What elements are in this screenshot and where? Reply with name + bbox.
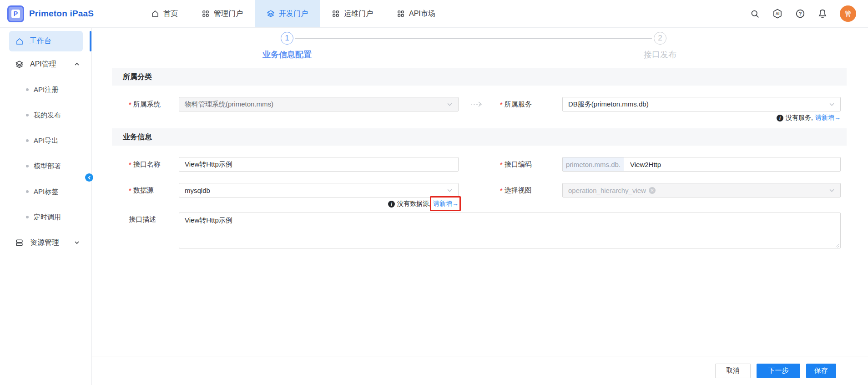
navbar-actions: AI ? 管 <box>750 5 856 22</box>
nav-item-admin-portal[interactable]: 管理门户 <box>190 0 255 27</box>
api-name-input[interactable] <box>179 157 459 172</box>
sidebar-group-label: 资源管理 <box>30 238 59 248</box>
add-datasource-link[interactable]: 请新增→ <box>433 200 459 208</box>
ai-assistant-icon[interactable]: AI <box>772 8 783 19</box>
sidebar-item-workbench[interactable]: 工作台 <box>9 31 83 51</box>
sidebar-item-api-tags[interactable]: API标签 <box>0 179 91 204</box>
api-code-group: primeton.mms.db. <box>562 157 841 172</box>
chevron-down-icon <box>447 187 453 193</box>
grid-icon <box>202 10 210 18</box>
field-label-api-name: 接口名称 <box>129 160 179 169</box>
section-title: 所属分类 <box>112 68 847 86</box>
chevron-down-icon <box>74 240 80 245</box>
sidebar-group-resource-management[interactable]: 资源管理 <box>0 230 91 255</box>
hint-text: 没有服务, <box>786 114 813 122</box>
add-service-link[interactable]: 请新增→ <box>815 114 841 122</box>
sidebar-group-api-management[interactable]: API管理 <box>0 51 91 77</box>
no-service-hint: i 没有服务, 请新增→ <box>129 114 841 122</box>
sidebar-collapse-button[interactable] <box>85 173 93 182</box>
sidebar-item-label: 模型部署 <box>34 162 61 171</box>
sidebar-item-label: API标签 <box>34 187 58 196</box>
step-2-circle: 2 <box>654 32 666 45</box>
sidebar-item-label: 工作台 <box>30 36 51 46</box>
field-label-select-view: 选择视图 <box>500 186 532 195</box>
layers-icon <box>15 60 24 69</box>
dashed-arrow-icon <box>470 101 484 107</box>
hint-text: 没有数据源, <box>397 200 431 208</box>
svg-text:?: ? <box>799 11 802 16</box>
system-select[interactable]: 物料管理系统(primeton.mms) <box>179 97 459 111</box>
tag-close-icon[interactable]: ✕ <box>649 187 656 194</box>
api-description-textarea[interactable]: View转Http示例 <box>179 213 841 248</box>
view-select[interactable]: operation_hierarchy_view ✕ <box>562 183 841 198</box>
logo-icon: P <box>7 5 24 22</box>
next-step-button[interactable]: 下一步 <box>757 364 800 378</box>
field-label-datasource: 数据源 <box>129 186 179 195</box>
user-avatar[interactable]: 管 <box>840 5 856 22</box>
bullet-icon <box>26 190 29 193</box>
database-icon <box>15 238 24 247</box>
home-icon <box>151 10 159 18</box>
nav-item-label: 首页 <box>163 9 178 19</box>
footer-action-bar: 取消 下一步 保存 <box>92 356 868 385</box>
sidebar-item-api-export[interactable]: API导出 <box>0 128 91 153</box>
nav-item-dev-portal[interactable]: 开发门户 <box>255 0 320 27</box>
main-content: 1 业务信息配置 2 接口发布 所属分类 所属系统 <box>92 28 868 385</box>
chevron-down-icon <box>829 101 835 107</box>
search-icon[interactable] <box>750 9 760 19</box>
app-title: Primeton iPaaS <box>29 9 94 19</box>
service-select[interactable]: DB服务(primeton.mms.db) <box>562 97 841 111</box>
step-2-api-publish: 2 接口发布 <box>610 28 710 60</box>
datasource-select[interactable]: mysqldb <box>179 183 459 198</box>
info-icon: i <box>777 115 783 122</box>
section-business-info: 业务信息 接口名称 接口编码 <box>112 128 847 259</box>
step-1-business-config: 1 业务信息配置 <box>237 28 337 60</box>
sidebar-group-label: API管理 <box>30 60 56 69</box>
bullet-icon <box>26 114 29 117</box>
cancel-button[interactable]: 取消 <box>715 364 751 378</box>
api-code-input[interactable] <box>624 157 840 171</box>
home-icon <box>15 37 24 46</box>
step-1-label: 业务信息配置 <box>237 49 337 60</box>
sidebar: 工作台 API管理 API注册 我的发布 API导 <box>0 28 92 385</box>
field-label-system: 所属系统 <box>129 100 179 109</box>
grid-icon <box>397 10 405 18</box>
layers-icon <box>267 10 275 18</box>
nav-item-label: 开发门户 <box>279 9 308 19</box>
sidebar-item-api-register[interactable]: API注册 <box>0 77 91 102</box>
bullet-icon <box>26 216 29 218</box>
app-window: P Primeton iPaaS 首页 管理门户 开发门户 <box>0 0 868 385</box>
bullet-icon <box>26 88 29 91</box>
nav-item-label: API市场 <box>409 9 435 19</box>
nav-item-api-market[interactable]: API市场 <box>385 0 447 27</box>
field-label-api-code: 接口编码 <box>500 160 532 169</box>
nav-item-label: 运维门户 <box>344 9 373 19</box>
app-logo: P Primeton iPaaS <box>7 5 121 22</box>
grid-icon <box>332 10 340 18</box>
bullet-icon <box>26 165 29 167</box>
chevron-down-icon <box>447 101 453 107</box>
help-icon[interactable]: ? <box>795 9 805 19</box>
sidebar-active-indicator <box>90 31 91 51</box>
sidebar-item-my-publish[interactable]: 我的发布 <box>0 102 91 128</box>
no-datasource-hint: i 没有数据源, 请新增→ <box>129 199 459 209</box>
chevron-up-icon <box>74 61 80 67</box>
sidebar-item-label: API导出 <box>34 137 58 145</box>
save-button[interactable]: 保存 <box>806 364 836 378</box>
chevron-down-icon <box>829 187 835 193</box>
top-navbar: P Primeton iPaaS 首页 管理门户 开发门户 <box>0 0 868 28</box>
sidebar-item-label: API注册 <box>34 86 58 94</box>
step-2-label: 接口发布 <box>610 49 710 60</box>
sidebar-item-model-deploy[interactable]: 模型部署 <box>0 153 91 179</box>
nav-item-home[interactable]: 首页 <box>139 0 190 27</box>
nav-item-ops-portal[interactable]: 运维门户 <box>320 0 385 27</box>
section-category: 所属分类 所属系统 物料管理系统(primeton.mms) <box>112 68 847 128</box>
section-title: 业务信息 <box>112 128 847 146</box>
bell-icon[interactable] <box>818 9 828 19</box>
ai-icon-text: AI <box>776 11 780 16</box>
step-wizard: 1 业务信息配置 2 接口发布 <box>112 28 847 68</box>
step-1-circle: 1 <box>281 32 293 45</box>
logo-letter: P <box>11 10 20 18</box>
field-label-description: 接口描述 <box>129 215 179 224</box>
sidebar-item-scheduled-call[interactable]: 定时调用 <box>0 204 91 230</box>
